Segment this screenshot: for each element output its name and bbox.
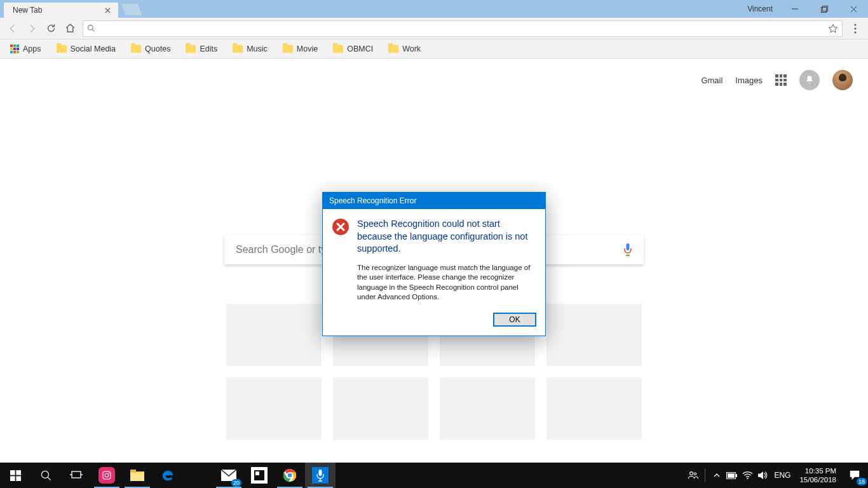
voice-search-icon[interactable]	[623, 243, 632, 256]
tray-overflow-icon[interactable]	[709, 463, 724, 488]
svg-point-3	[854, 24, 856, 25]
bookmark-folder-label: Movie	[297, 44, 318, 53]
taskbar-app-explorer[interactable]	[122, 463, 153, 488]
error-dialog: Speech Recognition Error Speech Recognit…	[322, 192, 546, 336]
site-tile[interactable]	[440, 377, 535, 440]
apps-icon	[10, 44, 19, 53]
site-tile[interactable]	[333, 377, 428, 440]
clock-time: 10:35 PM	[799, 466, 836, 475]
profile-name[interactable]: Vincent	[740, 4, 780, 13]
taskbar-app-chrome[interactable]	[275, 463, 305, 488]
back-button[interactable]	[4, 20, 22, 37]
address-bar[interactable]	[83, 20, 843, 37]
forward-button[interactable]	[23, 20, 41, 37]
people-icon[interactable]	[686, 463, 701, 488]
site-tile[interactable]	[226, 304, 322, 366]
volume-icon[interactable]	[755, 463, 770, 488]
apps-shortcut[interactable]: Apps	[4, 43, 48, 55]
taskbar-app-speech[interactable]	[305, 463, 336, 488]
svg-point-4	[854, 27, 856, 29]
gmail-link[interactable]: Gmail	[701, 76, 722, 85]
svg-rect-9	[16, 470, 21, 475]
dialog-text: Speech Recognition could not start becau…	[357, 218, 535, 302]
taskbar-app-mail[interactable]: 20	[214, 463, 244, 488]
dialog-title[interactable]: Speech Recognition Error	[323, 193, 545, 209]
folder-icon	[388, 45, 398, 53]
clock[interactable]: 10:35 PM 15/06/2018	[794, 466, 841, 485]
bookmarks-bar: Apps Social Media Quotes Edits Music Mov…	[0, 39, 868, 58]
bookmark-folder-label: Edits	[200, 44, 217, 53]
taskbar-app-instagram[interactable]	[92, 463, 122, 488]
svg-point-2	[88, 25, 93, 30]
mail-badge: 20	[231, 479, 241, 487]
svg-rect-11	[16, 476, 21, 481]
page-content: Gmail Images Speech Recognition Error	[0, 58, 868, 463]
dialog-headline: Speech Recognition could not start becau…	[357, 218, 535, 255]
google-apps-icon[interactable]	[775, 74, 787, 86]
svg-rect-10	[10, 476, 15, 481]
start-button[interactable]	[0, 463, 31, 488]
svg-rect-8	[10, 470, 15, 475]
close-tab-icon[interactable]	[103, 6, 112, 15]
dialog-message: The recognizer language must match the l…	[357, 263, 535, 302]
notifications-icon[interactable]	[799, 70, 820, 90]
bookmark-folder[interactable]: Movie	[276, 43, 324, 55]
svg-point-15	[105, 473, 109, 477]
svg-rect-22	[255, 471, 259, 475]
maximize-button[interactable]	[810, 0, 839, 18]
reload-button[interactable]	[42, 20, 60, 37]
images-link[interactable]: Images	[735, 76, 763, 85]
bookmark-folder[interactable]: Edits	[179, 43, 224, 55]
taskbar-app-news[interactable]	[244, 463, 275, 488]
svg-rect-19	[130, 473, 144, 481]
account-avatar[interactable]	[832, 70, 853, 90]
ok-button[interactable]: OK	[493, 313, 536, 327]
bookmark-folder-label: OBMCI	[347, 44, 373, 53]
system-tray: ENG 10:35 PM 15/06/2018 18	[686, 463, 868, 488]
bookmark-star-icon[interactable]	[828, 24, 838, 34]
clock-date: 15/06/2018	[799, 475, 836, 484]
input-language[interactable]: ENG	[770, 471, 794, 480]
svg-rect-26	[319, 470, 322, 476]
task-view-button[interactable]	[61, 463, 92, 488]
new-tab-button[interactable]	[121, 4, 142, 15]
minimize-button[interactable]	[780, 0, 810, 18]
svg-rect-18	[130, 470, 136, 472]
folder-icon	[131, 45, 141, 53]
titlebar-right: Vincent	[740, 0, 868, 18]
apps-label: Apps	[23, 44, 41, 53]
action-center-icon[interactable]: 18	[841, 463, 868, 488]
svg-point-12	[41, 471, 48, 478]
tab-title: New Tab	[13, 6, 98, 15]
chrome-menu-button[interactable]	[846, 20, 864, 37]
address-input[interactable]	[98, 24, 828, 33]
bookmark-folder-label: Social Media	[71, 44, 116, 53]
svg-rect-1	[822, 6, 827, 11]
window-titlebar: New Tab Vincent	[0, 0, 868, 18]
home-button[interactable]	[61, 20, 79, 37]
battery-icon[interactable]	[724, 463, 740, 488]
error-icon	[332, 218, 349, 236]
tab-strip: New Tab	[0, 0, 140, 18]
site-tile[interactable]	[226, 377, 322, 440]
search-icon	[87, 24, 95, 32]
browser-tab[interactable]: New Tab	[4, 3, 118, 18]
bookmark-folder[interactable]: Quotes	[125, 43, 177, 55]
taskbar-app-edge[interactable]	[153, 463, 183, 488]
svg-rect-6	[627, 243, 630, 250]
site-tile[interactable]	[546, 304, 642, 366]
ntp-header-links: Gmail Images	[701, 70, 853, 90]
bookmark-folder[interactable]: OBMCI	[327, 43, 379, 55]
svg-point-28	[695, 473, 697, 475]
bookmark-folder-label: Quotes	[145, 44, 170, 53]
bookmark-folder[interactable]: Work	[382, 43, 427, 55]
tray-separator	[705, 468, 705, 482]
svg-rect-13	[72, 471, 81, 478]
site-tile[interactable]	[546, 377, 642, 440]
svg-point-32	[747, 478, 748, 479]
wifi-icon[interactable]	[740, 463, 755, 488]
search-button[interactable]	[31, 463, 61, 488]
bookmark-folder[interactable]: Music	[226, 43, 274, 55]
bookmark-folder[interactable]: Social Media	[50, 43, 123, 55]
close-window-button[interactable]	[839, 0, 868, 18]
